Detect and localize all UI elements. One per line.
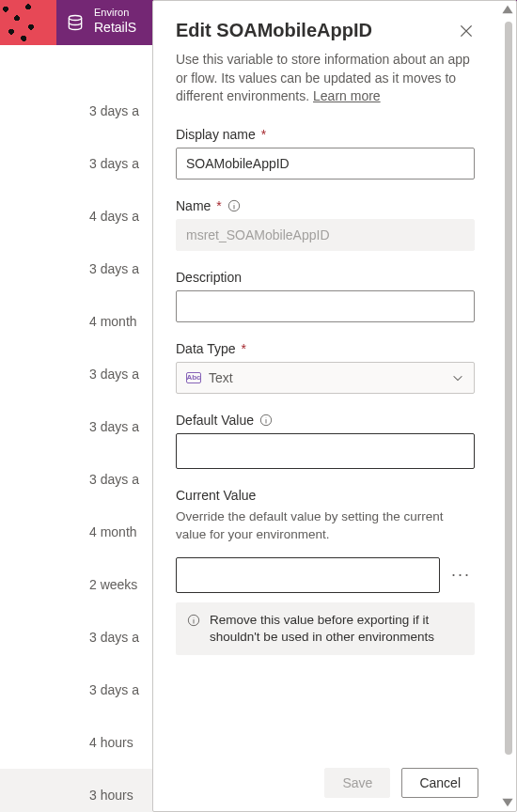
description-input[interactable] (176, 290, 475, 322)
environment-picker[interactable]: Environ RetailS (94, 6, 136, 36)
learn-more-link[interactable]: Learn more (313, 88, 381, 103)
data-type-value: Text (209, 370, 233, 385)
list-item[interactable]: 3 days a (0, 242, 159, 295)
list-item[interactable]: 3 days a (0, 85, 159, 137)
save-button: Save (324, 768, 390, 798)
panel-description: Use this variable to store information a… (176, 51, 475, 106)
list-item[interactable]: 3 days a (0, 400, 159, 453)
text-type-icon: Abc (186, 372, 201, 383)
edit-variable-panel: Edit SOAMobileAppID Use this variable to… (152, 0, 517, 812)
required-asterisk: * (216, 198, 221, 213)
list-item[interactable]: 4 month (0, 295, 159, 348)
list-item[interactable]: 4 hours (0, 716, 159, 769)
close-icon[interactable] (458, 23, 475, 39)
data-type-label: Data Type * (176, 341, 475, 356)
display-name-input[interactable] (176, 148, 475, 180)
panel-footer: Save Cancel (153, 762, 499, 804)
list-item[interactable]: 4 month (0, 506, 159, 558)
default-value-input[interactable] (176, 433, 475, 469)
environment-label: Environ (94, 6, 136, 19)
environment-name: RetailS (94, 19, 136, 36)
name-input (176, 219, 475, 251)
current-value-warning: Remove this value before exporting if it… (176, 602, 475, 655)
list-item[interactable]: 3 hours (0, 769, 159, 812)
info-icon[interactable] (227, 199, 241, 212)
info-icon[interactable] (259, 414, 273, 427)
more-options-icon[interactable]: ··· (447, 565, 475, 585)
background-list: 3 days a 3 days a 4 days a 3 days a 4 mo… (0, 85, 160, 812)
required-asterisk: * (242, 341, 246, 356)
cancel-button[interactable]: Cancel (401, 768, 478, 798)
scroll-down-arrow-icon[interactable] (501, 796, 514, 809)
list-item[interactable]: 3 days a (0, 453, 159, 506)
environment-icon (66, 13, 85, 32)
current-value-input[interactable] (176, 557, 440, 593)
panel-title: Edit SOAMobileAppID (176, 20, 372, 41)
data-type-dropdown[interactable]: Abc Text (176, 362, 475, 394)
current-value-note: Override the default value by setting th… (176, 508, 475, 544)
info-icon (187, 614, 200, 627)
list-item[interactable]: 4 days a (0, 190, 159, 242)
default-value-label: Default Value (176, 413, 475, 428)
app-logo (0, 0, 56, 45)
list-item[interactable]: 3 days a (0, 137, 159, 190)
display-name-label: Display name * (176, 127, 475, 142)
list-item[interactable]: 3 days a (0, 611, 159, 664)
svg-point-0 (69, 16, 81, 21)
chevron-down-icon (451, 371, 464, 384)
name-label: Name * (176, 198, 475, 213)
scrollbar-thumb[interactable] (505, 22, 512, 755)
list-item[interactable]: 3 days a (0, 348, 159, 400)
description-label: Description (176, 270, 475, 285)
list-item[interactable]: 2 weeks (0, 558, 159, 611)
scroll-up-arrow-icon[interactable] (501, 3, 514, 16)
list-item[interactable]: 3 days a (0, 664, 159, 716)
current-value-label: Current Value (176, 488, 475, 503)
required-asterisk: * (261, 127, 266, 142)
